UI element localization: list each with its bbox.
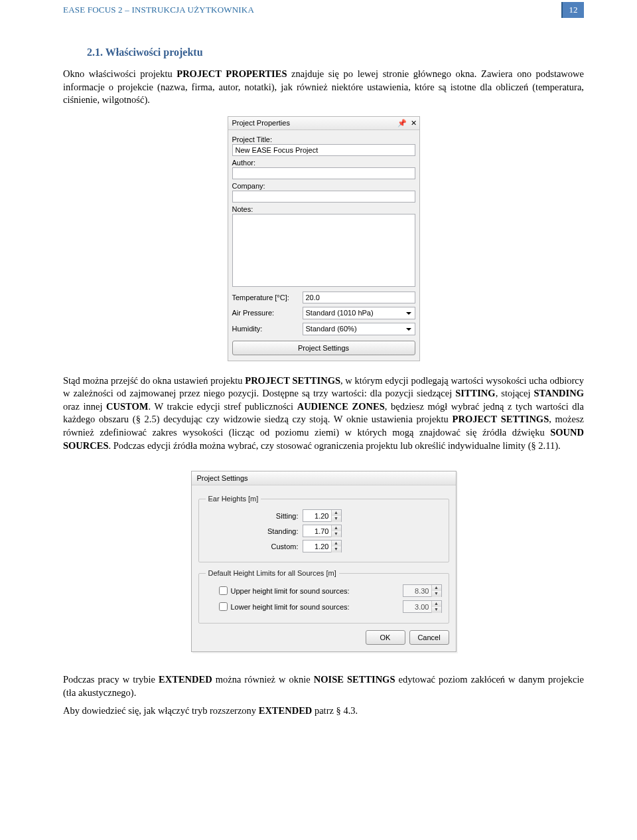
spin-standing[interactable]: ▲▼ [303,525,342,537]
section-heading: 2.1. Właściwości projektu [87,46,584,58]
pin-icon[interactable]: 📌 [397,119,407,127]
text-bold: NOISE SETTINGS [314,674,395,685]
panel-titlebar: Project Properties 📌 ✕ [228,117,419,130]
spin-standing-input[interactable] [303,525,331,537]
text: patrz § 4.3. [312,705,358,716]
page-header: EASE FOCUS 2 – INSTRUKCJA UŻYTKOWNIKA 12 [63,0,584,20]
checkbox-upper-limit[interactable]: Upper height limit for sound sources: [219,586,350,595]
text: . W trakcie edycji stref publiczności [149,401,297,412]
checkbox-lower-limit-input[interactable] [219,602,228,611]
dialog-title: Project Settings [197,474,248,482]
label-humidity: Humidity: [232,325,299,333]
dropdown-humidity[interactable]: Standard (60%) [303,323,415,335]
header-title: EASE FOCUS 2 – INSTRUKCJA UŻYTKOWNIKA [63,5,254,15]
project-settings-dialog: Project Settings Ear Heights [m] Sitting… [191,471,457,652]
paragraph-4: Aby dowiedzieć się, jak włączyć tryb roz… [63,705,584,718]
spin-upper-limit: ▲▼ [403,584,442,597]
text-bold: PROJECT SETTINGS [453,414,549,424]
text: Aby dowiedzieć się, jak włączyć tryb roz… [63,705,259,716]
text-bold: AUDIENCE ZONES [297,401,385,412]
close-icon[interactable]: ✕ [411,119,417,127]
text: Stąd można przejść do okna ustawień proj… [63,375,245,386]
spin-custom-input[interactable] [303,541,331,552]
text: Okno właściwości projektu [63,68,177,79]
input-notes[interactable] [232,214,415,287]
panel-body: Project Title: Author: Company: Notes: T… [228,130,419,361]
text-bold: STANDING [534,388,584,398]
chevron-down-icon[interactable]: ▼ [332,531,341,537]
chevron-down-icon[interactable]: ▼ [332,516,341,522]
input-company[interactable] [232,191,415,203]
input-temperature[interactable]: 20.0 [303,292,415,303]
spin-lower-limit: ▲▼ [403,600,442,613]
paragraph-1: Okno właściwości projektu PROJECT PROPER… [63,68,584,107]
text-bold: CUSTOM [106,401,148,412]
label-standing: Standing: [206,527,299,535]
legend-height-limits: Default Height Limits for all Sources [m… [206,569,339,577]
spin-lower-input [403,601,431,612]
text: oraz innej [63,401,106,412]
label-custom: Custom: [206,543,299,550]
chevron-up-icon[interactable]: ▲ [332,525,341,531]
text: Podczas pracy w trybie [63,674,159,685]
label-project-title: Project Title: [232,135,415,143]
ok-button[interactable]: OK [366,630,405,645]
fieldset-ear-heights: Ear Heights [m] Sitting: ▲▼ Standing: ▲▼ [198,495,449,562]
dropdown-air-pressure[interactable]: Standard (1010 hPa) [303,307,415,319]
paragraph-2: Stąd można przejść do okna ustawień proj… [63,375,584,452]
text-bold: EXTENDED [159,674,212,685]
chevron-down-icon: ▼ [432,607,441,613]
text-bold: PROJECT PROPERTIES [177,68,287,79]
label-temperature: Temperature [°C]: [232,294,299,301]
checkbox-upper-limit-input[interactable] [219,586,228,595]
label-upper-limit: Upper height limit for sound sources: [231,587,350,595]
text-bold: EXTENDED [259,705,313,716]
label-notes: Notes: [232,205,415,213]
dialog-titlebar: Project Settings [192,471,456,485]
label-air-pressure: Air Pressure: [232,309,299,317]
dialog-body: Ear Heights [m] Sitting: ▲▼ Standing: ▲▼ [192,485,456,651]
chevron-up-icon[interactable]: ▲ [332,510,341,516]
spin-custom[interactable]: ▲▼ [303,540,342,552]
text: można również w oknie [212,674,314,685]
spin-sitting-input[interactable] [303,510,331,521]
chevron-down-icon[interactable]: ▼ [332,546,341,552]
text: . Podczas edycji źródła można wybrać, cz… [109,440,561,451]
chevron-up-icon: ▲ [432,601,441,607]
text-bold: PROJECT SETTINGS [245,375,340,386]
paragraph-3: Podczas pracy w trybie EXTENDED można ró… [63,673,584,699]
input-author[interactable] [232,167,415,179]
chevron-up-icon[interactable]: ▲ [332,541,341,546]
spin-sitting[interactable]: ▲▼ [303,509,342,522]
input-project-title[interactable] [232,144,415,156]
project-properties-panel: Project Properties 📌 ✕ Project Title: Au… [228,116,420,361]
text: , stojącej [496,388,534,398]
chevron-down-icon: ▼ [432,591,441,597]
panel-title: Project Properties [232,119,290,127]
label-company: Company: [232,182,415,190]
chevron-up-icon: ▲ [432,585,441,591]
label-sitting: Sitting: [206,512,299,520]
legend-ear-heights: Ear Heights [m] [206,495,261,503]
text-bold: SITTING [455,388,495,398]
project-settings-button[interactable]: Project Settings [232,341,415,355]
label-author: Author: [232,159,415,167]
label-lower-limit: Lower height limit for sound sources: [231,603,350,611]
page-number: 12 [561,2,584,18]
fieldset-default-height-limits: Default Height Limits for all Sources [m… [198,569,449,624]
checkbox-lower-limit[interactable]: Lower height limit for sound sources: [219,602,350,611]
spin-upper-input [403,585,431,596]
cancel-button[interactable]: Cancel [409,630,449,645]
